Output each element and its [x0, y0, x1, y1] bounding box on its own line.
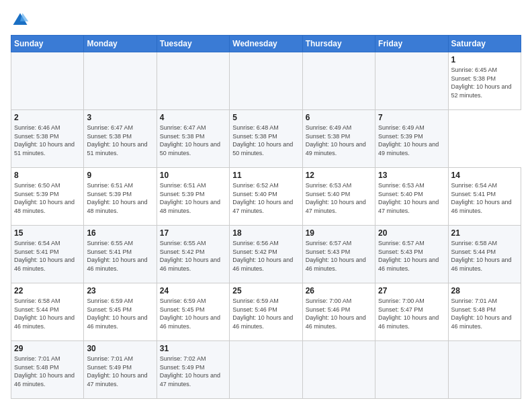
- day-info: Sunrise: 6:58 AMSunset: 5:44 PMDaylight:…: [14, 297, 81, 330]
- day-cell-2: 2Sunrise: 6:46 AMSunset: 5:38 PMDaylight…: [11, 110, 84, 168]
- weekday-header-wednesday: Wednesday: [230, 36, 302, 52]
- day-cell-13: 13Sunrise: 6:53 AMSunset: 5:40 PMDayligh…: [375, 168, 448, 226]
- empty-cell: [375, 341, 448, 399]
- day-number: 25: [232, 286, 299, 295]
- day-number: 28: [451, 286, 518, 295]
- calendar-week-2: 2Sunrise: 6:46 AMSunset: 5:38 PMDaylight…: [11, 110, 521, 168]
- day-number: 16: [87, 228, 153, 238]
- day-number: 15: [14, 228, 81, 238]
- weekday-header-monday: Monday: [84, 36, 157, 52]
- day-cell-17: 17Sunrise: 6:55 AMSunset: 5:42 PMDayligh…: [157, 226, 229, 283]
- day-info: Sunrise: 6:56 AMSunset: 5:42 PMDaylight:…: [232, 239, 299, 273]
- day-number: 5: [232, 113, 299, 122]
- empty-cell: [375, 52, 448, 110]
- day-number: 9: [87, 171, 153, 180]
- empty-cell: [230, 52, 302, 110]
- day-cell-19: 19Sunrise: 6:57 AMSunset: 5:43 PMDayligh…: [302, 226, 375, 283]
- day-cell-30: 30Sunrise: 7:01 AMSunset: 5:49 PMDayligh…: [84, 341, 157, 399]
- weekday-header-friday: Friday: [375, 36, 448, 52]
- weekday-header-tuesday: Tuesday: [157, 36, 229, 52]
- day-info: Sunrise: 6:55 AMSunset: 5:41 PMDaylight:…: [87, 239, 153, 273]
- day-number: 21: [451, 228, 518, 238]
- day-info: Sunrise: 6:45 AMSunset: 5:38 PMDaylight:…: [451, 66, 518, 99]
- calendar-week-4: 15Sunrise: 6:54 AMSunset: 5:41 PMDayligh…: [11, 226, 521, 283]
- day-number: 17: [160, 228, 226, 238]
- day-cell-18: 18Sunrise: 6:56 AMSunset: 5:42 PMDayligh…: [230, 226, 302, 283]
- day-number: 6: [306, 113, 372, 122]
- day-number: 24: [160, 286, 226, 295]
- day-number: 14: [451, 171, 518, 180]
- day-info: Sunrise: 6:59 AMSunset: 5:45 PMDaylight:…: [87, 297, 153, 330]
- day-number: 30: [87, 344, 153, 353]
- day-cell-9: 9Sunrise: 6:51 AMSunset: 5:39 PMDaylight…: [84, 168, 157, 226]
- day-info: Sunrise: 6:49 AMSunset: 5:38 PMDaylight:…: [306, 124, 372, 157]
- day-info: Sunrise: 6:59 AMSunset: 5:45 PMDaylight:…: [160, 297, 226, 330]
- day-info: Sunrise: 7:01 AMSunset: 5:48 PMDaylight:…: [451, 297, 518, 330]
- day-number: 4: [160, 113, 226, 122]
- empty-cell: [302, 341, 375, 399]
- day-cell-11: 11Sunrise: 6:52 AMSunset: 5:40 PMDayligh…: [230, 168, 302, 226]
- empty-cell: [11, 52, 84, 110]
- day-number: 10: [160, 171, 226, 180]
- calendar-table: SundayMondayTuesdayWednesdayThursdayFrid…: [11, 35, 521, 399]
- day-number: 8: [14, 171, 81, 180]
- day-number: 23: [87, 286, 153, 295]
- day-number: 12: [306, 171, 372, 180]
- day-info: Sunrise: 6:53 AMSunset: 5:40 PMDaylight:…: [378, 181, 445, 215]
- calendar-body: 1Sunrise: 6:45 AMSunset: 5:38 PMDaylight…: [11, 52, 521, 399]
- day-number: 2: [14, 113, 81, 122]
- day-info: Sunrise: 6:59 AMSunset: 5:46 PMDaylight:…: [232, 297, 299, 330]
- day-info: Sunrise: 6:47 AMSunset: 5:38 PMDaylight:…: [160, 124, 226, 157]
- day-info: Sunrise: 7:01 AMSunset: 5:48 PMDaylight:…: [14, 355, 81, 388]
- day-cell-8: 8Sunrise: 6:50 AMSunset: 5:39 PMDaylight…: [11, 168, 84, 226]
- day-cell-5: 5Sunrise: 6:48 AMSunset: 5:38 PMDaylight…: [230, 110, 302, 168]
- day-number: 22: [14, 286, 81, 295]
- day-cell-20: 20Sunrise: 6:57 AMSunset: 5:43 PMDayligh…: [375, 226, 448, 283]
- day-info: Sunrise: 6:53 AMSunset: 5:40 PMDaylight:…: [306, 181, 372, 215]
- calendar-container: SundayMondayTuesdayWednesdayThursdayFrid…: [0, 0, 532, 411]
- calendar-week-1: 1Sunrise: 6:45 AMSunset: 5:38 PMDaylight…: [11, 52, 521, 110]
- calendar-week-6: 29Sunrise: 7:01 AMSunset: 5:48 PMDayligh…: [11, 341, 521, 399]
- day-info: Sunrise: 6:48 AMSunset: 5:38 PMDaylight:…: [232, 124, 299, 157]
- day-info: Sunrise: 6:46 AMSunset: 5:38 PMDaylight:…: [14, 124, 81, 157]
- day-cell-1: 1Sunrise: 6:45 AMSunset: 5:38 PMDaylight…: [448, 52, 521, 110]
- day-cell-24: 24Sunrise: 6:59 AMSunset: 5:45 PMDayligh…: [157, 283, 229, 341]
- day-info: Sunrise: 6:52 AMSunset: 5:40 PMDaylight:…: [232, 181, 299, 215]
- header: [11, 11, 521, 30]
- empty-cell: [448, 341, 521, 399]
- day-number: 11: [232, 171, 299, 180]
- day-number: 29: [14, 344, 81, 353]
- day-number: 20: [378, 228, 445, 238]
- weekday-header-sunday: Sunday: [11, 36, 84, 52]
- day-cell-23: 23Sunrise: 6:59 AMSunset: 5:45 PMDayligh…: [84, 283, 157, 341]
- day-number: 7: [378, 113, 445, 122]
- day-info: Sunrise: 6:57 AMSunset: 5:43 PMDaylight:…: [306, 239, 372, 273]
- day-info: Sunrise: 7:00 AMSunset: 5:47 PMDaylight:…: [378, 297, 445, 330]
- logo-icon: [11, 11, 30, 30]
- day-info: Sunrise: 7:00 AMSunset: 5:46 PMDaylight:…: [306, 297, 372, 330]
- day-info: Sunrise: 6:57 AMSunset: 5:43 PMDaylight:…: [378, 239, 445, 273]
- calendar-week-3: 8Sunrise: 6:50 AMSunset: 5:39 PMDaylight…: [11, 168, 521, 226]
- day-info: Sunrise: 6:51 AMSunset: 5:39 PMDaylight:…: [87, 181, 153, 215]
- day-info: Sunrise: 6:55 AMSunset: 5:42 PMDaylight:…: [160, 239, 226, 273]
- day-cell-6: 6Sunrise: 6:49 AMSunset: 5:38 PMDaylight…: [302, 110, 375, 168]
- day-info: Sunrise: 6:50 AMSunset: 5:39 PMDaylight:…: [14, 181, 81, 215]
- day-cell-15: 15Sunrise: 6:54 AMSunset: 5:41 PMDayligh…: [11, 226, 84, 283]
- day-cell-3: 3Sunrise: 6:47 AMSunset: 5:38 PMDaylight…: [84, 110, 157, 168]
- day-info: Sunrise: 7:02 AMSunset: 5:49 PMDaylight:…: [160, 355, 226, 388]
- day-cell-12: 12Sunrise: 6:53 AMSunset: 5:40 PMDayligh…: [302, 168, 375, 226]
- day-info: Sunrise: 6:54 AMSunset: 5:41 PMDaylight:…: [14, 239, 81, 273]
- day-cell-26: 26Sunrise: 7:00 AMSunset: 5:46 PMDayligh…: [302, 283, 375, 341]
- day-number: 13: [378, 171, 445, 180]
- day-cell-7: 7Sunrise: 6:49 AMSunset: 5:39 PMDaylight…: [375, 110, 448, 168]
- day-cell-10: 10Sunrise: 6:51 AMSunset: 5:39 PMDayligh…: [157, 168, 229, 226]
- empty-cell: [84, 52, 157, 110]
- day-info: Sunrise: 7:01 AMSunset: 5:49 PMDaylight:…: [87, 355, 153, 388]
- day-info: Sunrise: 6:49 AMSunset: 5:39 PMDaylight:…: [378, 124, 445, 157]
- day-info: Sunrise: 6:58 AMSunset: 5:44 PMDaylight:…: [451, 239, 518, 273]
- empty-cell: [230, 341, 302, 399]
- day-cell-27: 27Sunrise: 7:00 AMSunset: 5:47 PMDayligh…: [375, 283, 448, 341]
- day-info: Sunrise: 6:47 AMSunset: 5:38 PMDaylight:…: [87, 124, 153, 157]
- weekday-header-row: SundayMondayTuesdayWednesdayThursdayFrid…: [11, 36, 521, 52]
- day-cell-16: 16Sunrise: 6:55 AMSunset: 5:41 PMDayligh…: [84, 226, 157, 283]
